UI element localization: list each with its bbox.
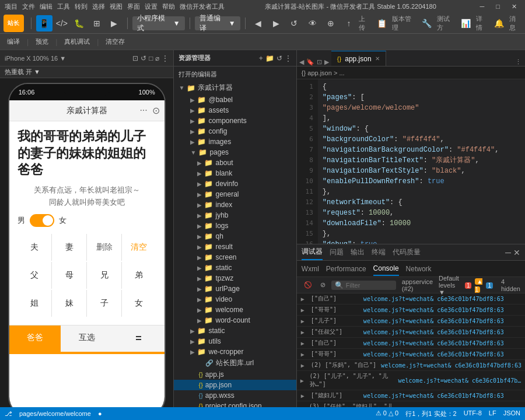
tree-app-js[interactable]: {} app.js [174,369,296,380]
quick-open-section[interactable]: 打开的编辑器 [174,68,296,81]
forward-btn[interactable]: ▶ [268,15,284,32]
simulator-btn[interactable]: 📱 [36,15,52,32]
tree-project-config[interactable]: {} project.config.json [174,401,296,407]
phone-icon-2[interactable]: ↺ [141,54,146,62]
bottom-tab-mutual[interactable]: 互选 [61,326,113,352]
real-debug-tab[interactable]: 真机调试 [61,36,93,47]
cell-younger-sister[interactable]: 妹 [52,290,86,317]
more-icon[interactable]: ··· [139,105,147,116]
new-file-icon[interactable]: + [259,54,263,62]
menu-project[interactable]: 项目 [5,2,18,11]
menu-goto[interactable]: 转到 [75,2,88,11]
bottom-tab-dad[interactable]: 爸爸 [9,326,61,352]
tree-components[interactable]: ▶ 📁 components [174,116,296,126]
default-levels-dropdown[interactable]: Default levels ▼ [439,275,459,296]
phone-icon-5[interactable]: ⋮ [162,54,169,62]
tree-general[interactable]: ▶ 📁 general [174,189,296,200]
code-content[interactable]: { "pages": [ "pages/welcome/welcome" ], … [318,79,525,244]
compile-tab[interactable]: 编译 [4,36,23,47]
console-row-4[interactable]: ▶ ["自己"] welcome.js?t=wechat&_c6e36c01bf… [297,338,525,349]
row-expand-4[interactable]: ▶ [297,340,309,346]
devtools-minimize-icon[interactable]: ─ [505,248,511,257]
scroll-right-icon[interactable]: ▶ [324,58,329,66]
row-link-7[interactable]: welcome.js?t=wechat&_c6e36c01bf47bdf8:63 [396,377,525,384]
collapse-tree-icon[interactable]: ⋮ [285,54,292,62]
bookmark-icon[interactable]: 🔖 [306,58,314,66]
phone-icon-1[interactable]: ⊡ [132,54,138,62]
debugger-btn[interactable]: 🐛 [71,15,88,32]
sub-tab-performance[interactable]: Performance [326,262,366,275]
cell-brother[interactable]: 兄 [87,262,121,289]
tree-about[interactable]: ▶ 📁 about [174,158,296,168]
preview-tab[interactable]: 预览 [32,36,52,47]
cell-fu[interactable]: 夫 [18,234,52,261]
upload-btn[interactable]: ↑ [341,15,356,32]
tree-config[interactable]: ▶ 📁 config [174,126,296,136]
row-expand-7[interactable]: ▶ [297,377,307,384]
tree-tpzwz[interactable]: ▶ 📁 tpzwz [174,273,296,284]
console-row-9[interactable]: ▶ (3) ["任娃", "媳妇儿", "儿媳…"] welcome.js?t=… [297,401,525,407]
tree-url-file[interactable]: 🔗 站长图库.url [174,357,296,369]
console-row-8[interactable]: ▶ ["媳妇儿"] welcome.js?t=wechat&_c6e36c01b… [297,390,525,401]
detail-btn[interactable]: 📊 [458,15,474,32]
menu-help[interactable]: 帮助 [162,2,175,11]
menu-interface[interactable]: 界面 [127,2,140,11]
tree-app-json[interactable]: {} app.json [174,380,296,390]
tree-screen[interactable]: ▶ 📁 screen [174,252,296,262]
console-row-5[interactable]: ▶ ["哥哥"] welcome.js?t=wechat&_c6e36c01bf… [297,349,525,360]
tab-close-icon[interactable]: ✕ [375,55,380,62]
row-expand-3[interactable]: ▶ [297,329,309,335]
row-link-5[interactable]: welcome.js?t=wechat&_c6e36c01bf47bdf8:63 [361,351,506,358]
tree-qh[interactable]: ▶ 📁 qh [174,231,296,242]
bottom-tab-equals[interactable]: = [113,326,164,352]
gender-toggle-track[interactable] [30,214,54,227]
cell-father[interactable]: 父 [18,262,52,289]
mode-dropdown[interactable]: 小程序模式 ▼ [132,16,185,30]
sub-tab-network[interactable]: Network [406,262,432,275]
clear-storage-tab[interactable]: 清空存 [102,36,128,47]
cell-delete[interactable]: 删除 [87,234,121,261]
current-file-path[interactable]: pages/welcome/welcome [19,410,91,418]
visible-btn[interactable]: ⊞ [89,15,105,32]
project-header[interactable]: ▼ 📁 亲戚计算器 [174,81,296,94]
menu-tools[interactable]: 工具 [57,2,70,11]
devtools-tab-terminal[interactable]: 终端 [372,245,386,260]
scroll-left-icon[interactable]: ◀ [299,58,304,66]
console-row-2[interactable]: ▶ ["儿子"] welcome.js?t=wechat&_c6e36c01bf… [297,316,525,327]
tree-babel[interactable]: ▶ 📁 @babel [174,94,296,105]
tree-video[interactable]: ▶ 📁 video [174,294,296,304]
menu-select[interactable]: 选择 [92,2,105,11]
more-tabs-icon[interactable]: ⋮ [515,58,522,66]
notify-btn[interactable]: 🔔 [491,15,507,32]
back-btn[interactable]: ◀ [250,15,265,32]
test-btn[interactable]: 🔧 [419,15,435,32]
tree-jyhb[interactable]: ▶ 📁 jyhb [174,210,296,220]
phone-icon-4[interactable]: ⌀ [155,54,159,62]
clear-console-icon[interactable]: 🚫 [302,280,314,290]
close-button[interactable]: ✕ [508,3,520,10]
camera-icon[interactable]: ⊙ [152,105,160,116]
row-expand-6[interactable]: ▶ [297,362,309,369]
maximize-button[interactable]: □ [492,3,503,10]
tree-result[interactable]: ▶ 📁 result [174,242,296,252]
menu-file[interactable]: 文件 [22,2,35,11]
tree-index[interactable]: ▶ 📁 index [174,200,296,210]
tree-welcome[interactable]: ▶ 📁 welcome [174,304,296,315]
tree-static[interactable]: ▶ 📁 static [174,326,296,336]
cell-mother[interactable]: 母 [52,262,86,289]
tree-app-wxss[interactable]: {} app.wxss [174,390,296,401]
menu-view[interactable]: 视图 [110,2,123,11]
compile-dropdown[interactable]: 普通编译 ▼ [195,16,240,30]
split-icon[interactable]: ⊡ [317,58,322,66]
row-link-6[interactable]: welcome.js?t=wechat&_c6e36c01bf47bdf8:63 [379,362,524,369]
filter-input[interactable] [346,282,393,289]
tree-blank[interactable]: ▶ 📁 blank [174,168,296,178]
row-link-4[interactable]: welcome.js?t=wechat&_c6e36c01bf47bdf8:63 [361,340,506,346]
menu-settings[interactable]: 设置 [145,2,158,11]
console-row-0[interactable]: ▶ ["自己"] welcome.js?t=wechat&_c6e36c01bf… [297,293,525,304]
tree-word-count[interactable]: ▶ 📁 word-count [174,315,296,326]
logo-button[interactable]: 站长 [4,15,24,32]
pause-icon[interactable]: ⊘ [318,280,328,290]
devtools-tab-problems[interactable]: 问题 [330,245,344,260]
row-link-2[interactable]: welcome.js?t=wechat&_c6e36c01bf47bdf8:63 [361,318,506,324]
